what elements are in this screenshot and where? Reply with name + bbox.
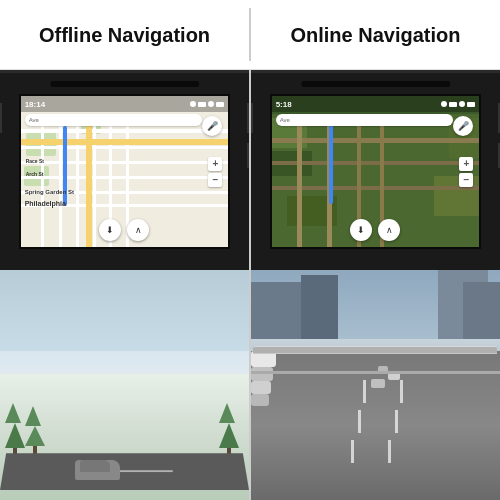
- lane-line-6: [388, 440, 391, 462]
- wifi-icon: [208, 101, 214, 107]
- lane-line-3: [351, 440, 354, 462]
- winter-car: [75, 460, 120, 480]
- highway-car-6: [388, 372, 400, 380]
- offline-screen: 18:14 Ave: [19, 94, 231, 249]
- lane-line-1: [363, 380, 366, 402]
- lane-line-4: [400, 380, 403, 402]
- online-zoom-out[interactable]: −: [459, 173, 473, 187]
- offline-search-text: Ave: [29, 117, 199, 123]
- arch-st-label: Arch St: [26, 171, 44, 177]
- offline-time: 18:14: [25, 100, 45, 109]
- nav-up-icon: ∧: [135, 225, 142, 235]
- online-signal-icon: [441, 101, 447, 107]
- lane-line-2: [358, 410, 361, 432]
- online-vol-icon: [467, 102, 475, 107]
- offline-status-icons: [190, 101, 224, 107]
- online-device-tab-left: [251, 103, 253, 133]
- online-nav-btn-1[interactable]: ⬇: [350, 219, 372, 241]
- tree-2: [25, 414, 45, 458]
- sat-road-h2: [272, 161, 480, 165]
- highway-scene: [251, 270, 500, 500]
- tree-top-lower: [219, 423, 239, 448]
- highway-car-4: [251, 394, 269, 406]
- philadelphia-label: Philadelphia: [25, 200, 66, 207]
- offline-zoom-out[interactable]: −: [208, 173, 222, 187]
- main-container: Offline Navigation Online Navigation 18:…: [0, 0, 500, 500]
- road-h1: [21, 129, 229, 133]
- online-device-frame: 5:18 Ave: [251, 70, 500, 270]
- sat-road-v1: [297, 114, 302, 247]
- online-nav-title: Online Navigation: [290, 23, 460, 47]
- offline-zoom-in[interactable]: +: [208, 157, 222, 171]
- online-screen: 5:18 Ave: [270, 94, 482, 249]
- road-v3: [76, 114, 79, 247]
- online-wifi-icon: [459, 101, 465, 107]
- offline-nav-btn-1[interactable]: ⬇: [99, 219, 121, 241]
- building-4: [463, 282, 500, 340]
- sat-road-h1: [272, 138, 480, 143]
- online-zoom-controls: + −: [459, 157, 473, 187]
- mic-icon: 🎤: [207, 121, 218, 131]
- tree-top-upper: [219, 403, 235, 423]
- main-road: [21, 139, 229, 145]
- online-nav-up-icon: ∧: [386, 225, 393, 235]
- offline-nav-buttons: ⬇ ∧: [99, 219, 149, 241]
- header-left: Offline Navigation: [0, 0, 249, 69]
- offline-panel: 18:14 Ave: [0, 70, 249, 500]
- sat-route-line: [329, 114, 333, 204]
- winter-sky: [0, 270, 249, 351]
- winter-scene: [0, 270, 249, 500]
- offline-nav-btn-2[interactable]: ∧: [127, 219, 149, 241]
- offline-search-bar[interactable]: Ave: [25, 114, 203, 126]
- car-cabin-4: [253, 347, 497, 353]
- online-car-photo: [251, 270, 500, 500]
- online-mic-icon: 🎤: [458, 121, 469, 131]
- road-h4: [21, 176, 229, 179]
- tree-top-upper: [25, 406, 41, 426]
- online-nav-buttons: ⬇ ∧: [350, 219, 400, 241]
- panels: 18:14 Ave: [0, 70, 500, 500]
- online-battery-icon: [449, 102, 457, 107]
- highway-car-2: [251, 367, 273, 381]
- tree-top-upper: [5, 403, 21, 423]
- building-2: [301, 275, 338, 339]
- header-right: Online Navigation: [251, 0, 500, 69]
- road-v1: [41, 114, 44, 247]
- online-status-icons: [441, 101, 475, 107]
- car-roof: [80, 460, 110, 472]
- device-tab-right2: [247, 143, 249, 168]
- device-tab-left: [0, 103, 2, 133]
- winter-road: [0, 453, 249, 490]
- header: Offline Navigation Online Navigation: [0, 0, 500, 70]
- online-time: 5:18: [276, 100, 292, 109]
- online-panel: 5:18 Ave: [251, 70, 500, 500]
- online-search-text: Ave: [280, 117, 450, 123]
- lane-line-5: [395, 410, 398, 432]
- online-status-bar: 5:18: [272, 96, 480, 112]
- highway-car-3: [251, 381, 271, 394]
- highway-car-5: [371, 379, 385, 388]
- device-tab-right: [247, 103, 249, 133]
- offline-zoom-controls: + −: [208, 157, 222, 187]
- guardrail: [251, 371, 500, 374]
- online-nav-btn-2[interactable]: ∧: [378, 219, 400, 241]
- tree-top-lower: [5, 423, 25, 448]
- road-h3: [21, 161, 229, 164]
- offline-nav-title: Offline Navigation: [39, 23, 210, 47]
- race-st-label: Race St: [26, 158, 44, 164]
- offline-car-photo: [0, 270, 249, 500]
- offline-device-frame: 18:14 Ave: [0, 70, 249, 270]
- online-zoom-in[interactable]: +: [459, 157, 473, 171]
- battery-icon: [198, 102, 206, 107]
- road-v2: [59, 114, 62, 247]
- main-road-v: [86, 114, 92, 247]
- sat-road-h3: [272, 186, 480, 190]
- offline-status-bar: 18:14: [21, 96, 229, 112]
- online-search-bar[interactable]: Ave: [276, 114, 454, 126]
- vol-icon: [216, 102, 224, 107]
- road-v4: [93, 114, 96, 247]
- signal-icon: [190, 101, 196, 107]
- tree-top-lower: [25, 426, 45, 446]
- nav-down-icon: ⬇: [106, 225, 114, 235]
- online-nav-down-icon: ⬇: [357, 225, 365, 235]
